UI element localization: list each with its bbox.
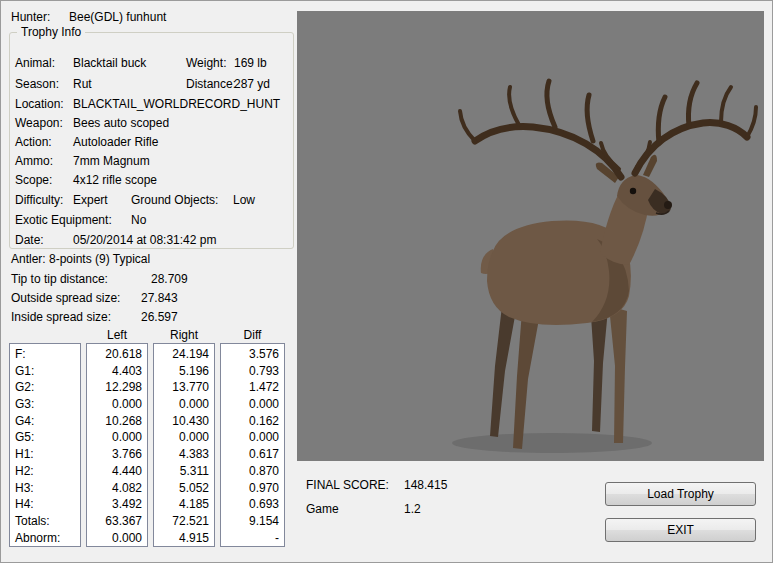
distance-label: Distance: [186,77,236,92]
action-label: Action: [15,135,52,150]
difficulty-label: Difficulty: [15,193,63,208]
distance-value: 287 yd [234,77,270,92]
difficulty-value: Expert [73,193,108,208]
weight-value: 169 lb [234,56,267,71]
diff-value: 9.154 [221,513,284,530]
diff-values-list: 3.576 0.793 1.472 0.000 0.162 0.000 0.61… [220,343,285,547]
left-value: 0.000 [87,396,147,413]
left-value: 20.618 [87,346,147,363]
scope-label: Scope: [15,173,52,188]
right-value: 24.194 [154,346,214,363]
game-value: 1.2 [404,502,421,517]
row-label: H2: [10,463,80,480]
diff-value: 0.870 [221,463,284,480]
right-value: 13.770 [154,379,214,396]
right-value: 4.383 [154,446,214,463]
col-header-diff: Diff [220,328,285,343]
row-label: F: [10,346,80,363]
trophy-window: Hunter: Bee(GDL) funhunt Trophy Info Ani… [0,0,773,563]
row-label: G1: [10,363,80,380]
diff-value: 0.793 [221,363,284,380]
right-value: 0.000 [154,396,214,413]
tip-to-tip-label: Tip to tip distance: [11,272,108,287]
left-value: 3.766 [87,446,147,463]
inside-spread-label: Inside spread size: [11,310,111,325]
date-label: Date: [15,233,44,248]
row-label: Abnorm: [10,530,80,547]
location-value: BLACKTAIL_WORLDRECORD_HUNT [73,97,280,112]
left-value: 4.403 [87,363,147,380]
deer-render [297,11,764,461]
right-value: 5.052 [154,480,214,497]
diff-value: 3.576 [221,346,284,363]
left-value: 4.440 [87,463,147,480]
right-value: 4.185 [154,496,214,513]
diff-value: 0.617 [221,446,284,463]
left-value: 4.082 [87,480,147,497]
right-value: 4.915 [154,530,214,547]
diff-value: 0.000 [221,429,284,446]
right-value: 5.311 [154,463,214,480]
exotic-equipment-value: No [131,213,146,228]
ground-objects-value: Low [233,193,255,208]
diff-value: 1.472 [221,379,284,396]
exotic-equipment-label: Exotic Equipment: [15,213,112,228]
measure-labels-list: F: G1: G2: G3: G4: G5: H1: H2: H3: H4: T… [9,343,81,547]
hunter-label: Hunter: [11,10,50,25]
left-value: 0.000 [87,530,147,547]
col-header-right: Right [153,328,215,343]
antler-summary: Antler: 8-points (9) Typical [11,252,150,267]
weapon-value: Bees auto scoped [73,116,169,131]
left-value: 10.268 [87,413,147,430]
row-label: H4: [10,496,80,513]
action-value: Autoloader Rifle [73,135,158,150]
scope-value: 4x12 rifle scope [73,173,157,188]
left-value: 12.298 [87,379,147,396]
row-label: H3: [10,480,80,497]
left-value: 3.492 [87,496,147,513]
exit-button[interactable]: EXIT [605,518,756,542]
diff-value: 0.162 [221,413,284,430]
inside-spread-value: 26.597 [141,310,178,325]
ammo-label: Ammo: [15,154,53,169]
row-label: H1: [10,446,80,463]
right-values-list: 24.194 5.196 13.770 0.000 10.430 0.000 4… [153,343,215,547]
row-label: G2: [10,379,80,396]
ammo-value: 7mm Magnum [73,154,150,169]
row-label: G5: [10,429,80,446]
diff-value: 0.970 [221,480,284,497]
game-label: Game [306,502,339,517]
hunter-value: Bee(GDL) funhunt [69,10,166,25]
diff-value: 0.693 [221,496,284,513]
trophy-3d-viewer[interactable] [297,11,764,461]
diff-value: 0.000 [221,396,284,413]
season-value: Rut [73,77,92,92]
right-value: 72.521 [154,513,214,530]
col-header-left: Left [86,328,148,343]
weight-label: Weight: [186,56,226,71]
row-label: G4: [10,413,80,430]
tip-to-tip-value: 28.709 [151,272,188,287]
right-value: 0.000 [154,429,214,446]
animal-label: Animal: [15,56,55,71]
right-value: 5.196 [154,363,214,380]
date-value: 05/20/2014 at 08:31:42 pm [73,233,216,248]
outside-spread-label: Outside spread size: [11,291,120,306]
season-label: Season: [15,77,59,92]
animal-value: Blacktail buck [73,56,146,71]
trophy-info-title: Trophy Info [17,25,85,40]
ground-objects-label: Ground Objects: [131,193,218,208]
load-trophy-button[interactable]: Load Trophy [605,482,756,506]
final-score-label: FINAL SCORE: [306,478,389,493]
row-label: G3: [10,396,80,413]
left-values-list: 20.618 4.403 12.298 0.000 10.268 0.000 3… [86,343,148,547]
right-value: 10.430 [154,413,214,430]
outside-spread-value: 27.843 [141,291,178,306]
left-value: 0.000 [87,429,147,446]
final-score-value: 148.415 [404,478,447,493]
row-label: Totals: [10,513,80,530]
diff-value: - [221,530,284,547]
weapon-label: Weapon: [15,116,63,131]
left-value: 63.367 [87,513,147,530]
location-label: Location: [15,97,64,112]
